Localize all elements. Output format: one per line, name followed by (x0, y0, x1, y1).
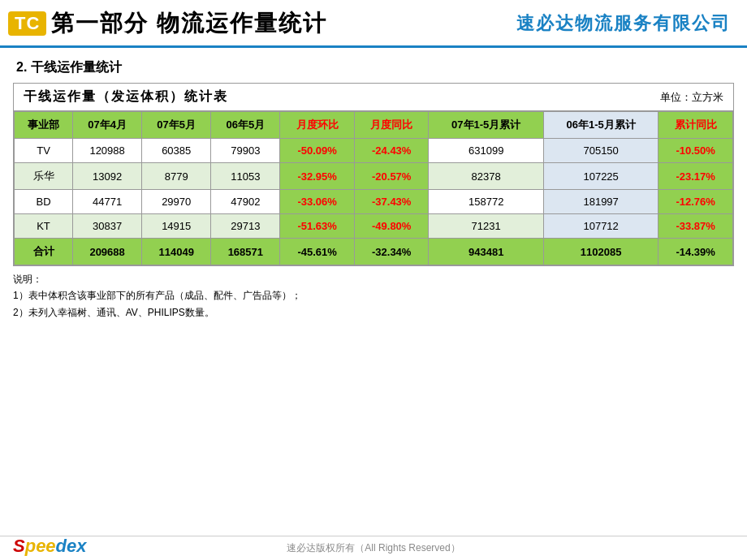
notes-section: 说明： 1）表中体积含该事业部下的所有产品（成品、配件、广告品等）；2）未列入幸… (13, 271, 734, 321)
table-row: BD447712997047902-33.06%-37.43%158772181… (15, 190, 733, 214)
header-title: 第一部分 物流运作量统计 (51, 8, 327, 39)
table-main-title: 干线运作量（发运体积）统计表 (24, 88, 228, 106)
table-row: KT308371491529713-51.63%-49.80%712311077… (15, 214, 733, 239)
table-total-row: 合计209688114049168571-45.61%-32.34%943481… (15, 239, 733, 265)
table-unit: 单位：立方米 (660, 90, 723, 105)
tc-badge: TC (8, 11, 46, 36)
logo-s: S (13, 536, 25, 556)
col-apr07: 07年4月 (73, 112, 142, 139)
col-yoy: 月度同比 (354, 112, 429, 139)
col-mom: 月度环比 (280, 112, 355, 139)
company-name: 速必达物流服务有限公司 (516, 11, 731, 36)
col-may07: 07年5月 (142, 112, 211, 139)
table-header-row: 事业部 07年4月 07年5月 06年5月 月度环比 月度同比 07年1-5月累… (15, 112, 733, 139)
footer-copyright: 速必达版权所有（All Rights Reserved） (287, 541, 460, 555)
section-title: 2. 干线运作量统计 (0, 48, 747, 83)
col-may06: 06年5月 (211, 112, 280, 139)
header-left: TC 第一部分 物流运作量统计 (8, 8, 327, 39)
col-dept: 事业部 (15, 112, 73, 139)
stats-table: 事业部 07年4月 07年5月 06年5月 月度环比 月度同比 07年1-5月累… (14, 111, 733, 265)
col-ytd-yoy: 累计同比 (658, 112, 733, 139)
notes-title: 说明： (13, 271, 734, 287)
col-ytd07: 07年1-5月累计 (429, 112, 543, 139)
table-row: 乐华13092877911053-32.95%-20.57%8237810722… (15, 163, 733, 190)
notes-lines: 1）表中体积含该事业部下的所有产品（成品、配件、广告品等）；2）未列入幸福树、通… (13, 287, 734, 321)
page-header: TC 第一部分 物流运作量统计 速必达物流服务有限公司 (0, 0, 747, 48)
col-ytd06: 06年1-5月累计 (543, 112, 658, 139)
table-row: TV1209886038579903-50.09%-24.43%63109970… (15, 139, 733, 163)
page-footer: Speedex 速必达版权所有（All Rights Reserved） (0, 536, 747, 560)
table-title-row: 干线运作量（发运体积）统计表 单位：立方米 (14, 84, 733, 111)
footer-logo: Speedex (13, 536, 87, 557)
logo-pee: pee (25, 536, 56, 556)
data-table-container: 干线运作量（发运体积）统计表 单位：立方米 事业部 07年4月 07年5月 06… (13, 83, 734, 266)
logo-dex: dex (56, 536, 87, 556)
